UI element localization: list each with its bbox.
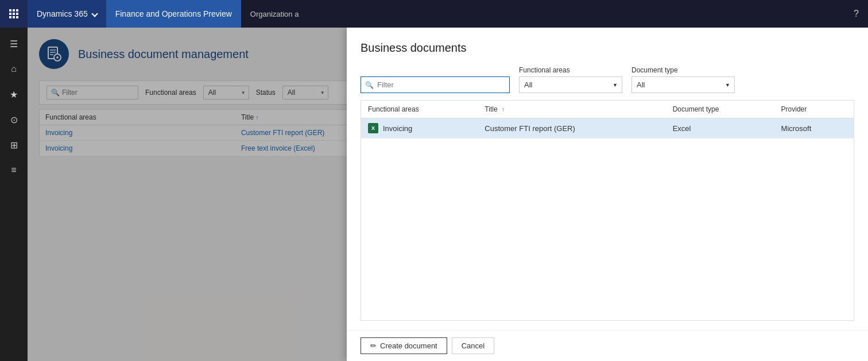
dialog-filter-input[interactable] — [361, 76, 510, 93]
create-document-button[interactable]: ✏ Create document — [361, 337, 447, 354]
dialog-title: Business documents — [361, 41, 854, 55]
dialog-col-functional-areas: Functional areas — [361, 101, 478, 118]
dialog-col-provider: Provider — [774, 101, 854, 118]
cell-provider: Microsoft — [774, 118, 854, 139]
dialog-document-type-select[interactable]: All — [631, 76, 735, 93]
dialog-filter-group-functional: Functional areas All — [519, 66, 622, 93]
dialog-content: Business documents 🔍 Functional areas — [347, 28, 868, 330]
dialog-search-icon: 🔍 — [365, 81, 374, 89]
sidebar-item-workspaces[interactable]: ⊞ — [2, 133, 25, 156]
module-tab[interactable]: Finance and Operations Preview — [106, 0, 241, 28]
brand-label: Dynamics 365 — [37, 9, 88, 18]
content-area: Business document management 🔍 Functiona… — [28, 28, 868, 361]
cell-title: Customer FTI report (GER) — [478, 118, 665, 139]
waffle-icon — [9, 9, 18, 18]
dialog-document-type-label: Document type — [631, 66, 735, 74]
dialog-footer: ✏ Create document Cancel — [347, 330, 868, 361]
sidebar-item-favorites[interactable]: ★ — [2, 83, 25, 106]
cell-document-type: Excel — [666, 118, 774, 139]
dialog-table: Functional areas Title ↑ Document type P… — [361, 101, 854, 139]
brand-button[interactable]: Dynamics 365 — [28, 0, 106, 28]
cell-functional-areas-text: Invoicing — [383, 124, 412, 133]
dialog-table-wrap: Functional areas Title ↑ Document type P… — [361, 100, 854, 321]
dialog-document-type-select-wrap: All — [631, 76, 735, 93]
module-label: Finance and Operations Preview — [115, 9, 232, 18]
dialog-col-title[interactable]: Title ↑ — [478, 101, 665, 118]
org-tab[interactable]: Organization a — [241, 0, 308, 28]
dialog-filter-row: 🔍 Functional areas All — [361, 66, 854, 93]
dialog-functional-areas-label: Functional areas — [519, 66, 622, 74]
table-row[interactable]: X Invoicing Customer FTI report (GER) Ex… — [361, 118, 854, 139]
create-document-label: Create document — [380, 341, 437, 350]
dialog-filter-input-wrap: 🔍 — [361, 76, 510, 93]
top-nav: Dynamics 365 Finance and Operations Prev… — [0, 0, 868, 28]
excel-icon: X — [368, 123, 378, 133]
cell-functional-areas: X Invoicing — [361, 118, 478, 139]
brand-chevron-icon — [91, 10, 98, 17]
sidebar-item-modules[interactable]: ≡ — [2, 159, 25, 182]
org-label: Organization a — [250, 10, 299, 18]
edit-icon: ✏ — [370, 341, 377, 350]
dialog-functional-areas-select[interactable]: All — [519, 76, 622, 93]
cancel-button[interactable]: Cancel — [452, 337, 494, 354]
sidebar-item-hamburger[interactable]: ☰ — [2, 32, 25, 55]
help-button[interactable]: ? — [844, 9, 868, 19]
sidebar-item-recent[interactable]: ⊙ — [2, 108, 25, 131]
cancel-label: Cancel — [462, 341, 485, 350]
help-icon: ? — [854, 9, 859, 18]
app-launcher-button[interactable] — [0, 0, 28, 28]
sidebar-item-home[interactable]: ⌂ — [2, 57, 25, 80]
dialog-panel: Business documents 🔍 Functional areas — [347, 28, 868, 361]
dialog-col-document-type: Document type — [666, 101, 774, 118]
sidebar: ☰ ⌂ ★ ⊙ ⊞ ≡ — [0, 28, 28, 361]
main-layout: ☰ ⌂ ★ ⊙ ⊞ ≡ Bu — [0, 28, 868, 361]
dialog-filter-group-search: 🔍 — [361, 76, 510, 93]
dialog-functional-areas-select-wrap: All — [519, 76, 622, 93]
dialog-filter-group-doctype: Document type All — [631, 66, 735, 93]
